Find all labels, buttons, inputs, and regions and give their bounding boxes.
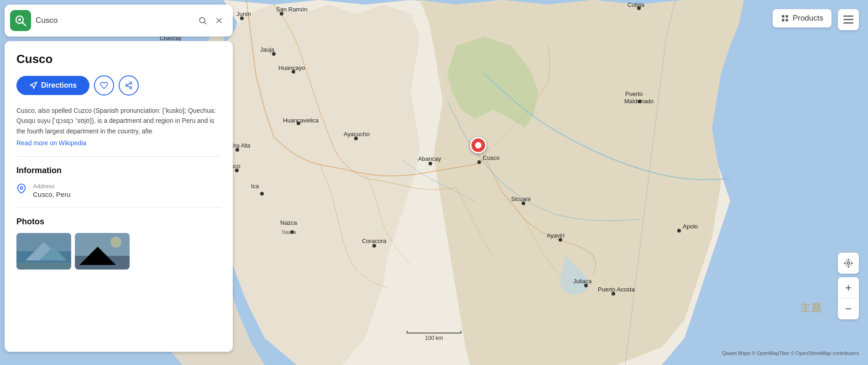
svg-rect-72: [843, 19, 853, 21]
svg-rect-68: [785, 15, 788, 17]
zoom-out-button[interactable]: −: [838, 298, 859, 319]
svg-rect-73: [843, 22, 853, 24]
panel-scroll-area[interactable]: Cusco Directions: [5, 41, 233, 352]
place-title: Cusco: [16, 52, 221, 66]
zoom-in-button[interactable]: +: [838, 277, 859, 298]
svg-line-55: [128, 86, 130, 87]
map-attribution: Qwant Maps © OpenMapTiles © OpenStreetMa…: [722, 350, 859, 356]
photo-strip: [16, 233, 221, 270]
place-description: Cusco, also spelled Cuzco (Spanish pronu…: [16, 106, 221, 136]
svg-text:Coracora: Coracora: [362, 238, 387, 244]
address-label: Address: [33, 183, 71, 190]
scale-bar: 100 km: [407, 331, 461, 341]
svg-text:Puerto Acosta: Puerto Acosta: [598, 286, 635, 293]
svg-point-47: [199, 17, 205, 23]
locate-me-button[interactable]: [838, 253, 859, 274]
svg-point-11: [429, 162, 432, 165]
photos-title: Photos: [16, 217, 221, 227]
search-bar: Cusco: [5, 5, 233, 37]
products-icon: [781, 14, 789, 22]
svg-point-74: [847, 262, 850, 264]
svg-text:Nasca: Nasca: [282, 229, 297, 235]
search-input[interactable]: Cusco: [36, 16, 194, 25]
svg-text:Abancay: Abancay: [418, 155, 441, 162]
svg-line-46: [22, 22, 26, 26]
map-controls: + −: [838, 253, 859, 319]
svg-text:Cusco: Cusco: [483, 154, 500, 161]
share-button[interactable]: [119, 75, 139, 95]
svg-text:Puerto: Puerto: [625, 90, 643, 97]
svg-rect-67: [782, 15, 784, 17]
app-logo: [10, 10, 31, 31]
svg-text:Ayacucho: Ayacucho: [344, 131, 370, 138]
favorite-button[interactable]: [94, 75, 114, 95]
place-panel: Cusco Directions: [5, 41, 233, 352]
address-row: Address Cusco, Peru: [16, 183, 221, 198]
photo-thumbnail-2[interactable]: [75, 233, 130, 270]
scale-label: 100 km: [425, 335, 443, 341]
svg-point-8: [260, 192, 264, 196]
svg-text:Ica: Ica: [251, 183, 259, 190]
svg-rect-71: [843, 16, 853, 17]
watermark: 主题: [800, 301, 822, 315]
svg-text:Nazca: Nazca: [280, 219, 298, 226]
wikipedia-link[interactable]: Read more on Wikipedia: [16, 139, 86, 147]
search-button[interactable]: [194, 12, 211, 29]
svg-point-12: [477, 160, 481, 164]
svg-text:Apolo: Apolo: [683, 223, 698, 230]
svg-point-57: [20, 187, 23, 190]
location-pin: [470, 137, 486, 153]
svg-point-10: [372, 244, 376, 248]
products-button[interactable]: Products: [773, 9, 831, 27]
divider: [16, 156, 221, 157]
scale-line: [407, 331, 461, 333]
svg-text:San Ramón: San Ramón: [276, 6, 308, 13]
information-title: Information: [16, 166, 221, 175]
svg-text:Ayaviri: Ayaviri: [547, 232, 565, 239]
svg-rect-69: [782, 19, 784, 21]
svg-marker-51: [30, 82, 37, 89]
address-icon: [16, 184, 27, 195]
svg-rect-70: [785, 19, 788, 21]
svg-text:Jauja: Jauja: [260, 46, 275, 53]
directions-label: Directions: [41, 81, 77, 90]
svg-text:Juliaca: Juliaca: [573, 278, 592, 285]
svg-point-18: [677, 229, 681, 233]
svg-point-75: [845, 260, 852, 267]
photo-thumbnail[interactable]: [16, 233, 71, 270]
hamburger-icon: [843, 16, 853, 24]
zoom-controls: + −: [838, 277, 859, 319]
svg-text:Sicuani: Sicuani: [511, 196, 531, 202]
menu-button[interactable]: [838, 9, 859, 30]
svg-line-48: [204, 22, 206, 24]
svg-text:Huancayo: Huancayo: [278, 64, 305, 71]
svg-text:Junín: Junín: [236, 11, 251, 17]
products-label: Products: [793, 14, 823, 23]
action-buttons: Directions: [16, 75, 221, 95]
svg-rect-62: [16, 263, 71, 270]
svg-point-66: [110, 237, 121, 248]
divider-2: [16, 207, 221, 208]
svg-point-45: [18, 18, 21, 21]
svg-text:Maldonado: Maldonado: [624, 98, 654, 105]
svg-text:Huancavelica: Huancavelica: [283, 117, 319, 124]
location-icon: [843, 258, 853, 268]
svg-text:Cobija: Cobija: [627, 1, 645, 8]
clear-search-button[interactable]: [211, 12, 227, 29]
directions-button[interactable]: Directions: [16, 76, 89, 95]
svg-line-56: [128, 84, 130, 85]
address-value: Cusco, Peru: [33, 190, 71, 198]
address-content: Address Cusco, Peru: [33, 183, 71, 198]
